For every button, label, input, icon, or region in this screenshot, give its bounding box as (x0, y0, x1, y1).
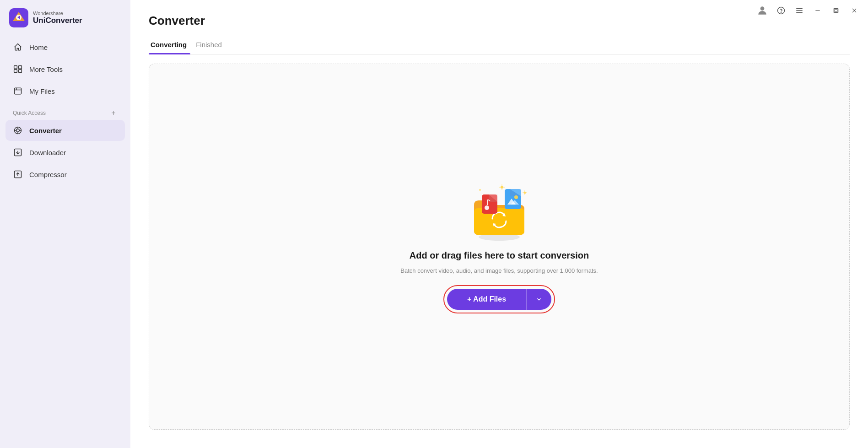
svg-rect-4 (14, 70, 17, 73)
add-files-highlight-border: + Add Files (443, 285, 555, 313)
svg-rect-2 (14, 66, 17, 69)
page-title: Converter (149, 14, 850, 28)
brand-top: Wondershare (33, 11, 82, 16)
sidebar-item-home[interactable]: Home (5, 37, 125, 58)
logo-area: Wondershare UniConverter (0, 0, 130, 37)
sidebar-nav: Home More Tools (0, 37, 130, 102)
tab-converting[interactable]: Converting (149, 37, 194, 54)
drop-zone[interactable]: Add or drag files here to start conversi… (149, 64, 850, 430)
drop-illustration (467, 180, 531, 244)
add-files-dropdown-button[interactable] (527, 289, 551, 310)
my-files-icon (13, 86, 23, 96)
sidebar-quick-access-nav: Converter Downloader Compr (0, 120, 130, 185)
svg-rect-37 (487, 200, 488, 205)
quick-access-label: Quick Access (13, 110, 46, 116)
svg-point-36 (485, 205, 489, 210)
sidebar-item-converter[interactable]: Converter (5, 120, 125, 141)
quick-access-add-button[interactable]: + (109, 109, 118, 117)
title-bar (748, 0, 868, 21)
page-area: Converter Converting Finished (130, 0, 868, 448)
drop-zone-subtitle: Batch convert video, audio, and image fi… (400, 267, 598, 274)
svg-point-10 (16, 129, 20, 132)
svg-point-21 (781, 12, 782, 13)
add-files-button[interactable]: + Add Files (447, 289, 527, 310)
sidebar-item-downloader[interactable]: Downloader (5, 142, 125, 163)
menu-button[interactable] (793, 4, 806, 17)
home-icon (13, 42, 23, 52)
svg-point-40 (514, 195, 518, 199)
tab-finished[interactable]: Finished (194, 37, 229, 54)
drop-zone-title: Add or drag files here to start conversi… (410, 250, 589, 261)
svg-rect-5 (19, 70, 22, 73)
sidebar-compressor-label: Compressor (29, 171, 67, 178)
sidebar-my-files-label: My Files (29, 87, 55, 95)
svg-point-43 (479, 189, 481, 191)
sidebar-converter-label: Converter (29, 127, 62, 135)
compressor-icon (13, 169, 23, 179)
sidebar-downloader-label: Downloader (29, 149, 66, 157)
help-button[interactable] (775, 4, 787, 17)
minimize-button[interactable] (811, 4, 824, 17)
quick-access-header: Quick Access + (0, 102, 130, 120)
user-avatar-button[interactable] (755, 4, 769, 17)
close-button[interactable] (848, 4, 861, 17)
logo-text: Wondershare UniConverter (33, 11, 82, 25)
svg-point-19 (760, 6, 765, 11)
svg-rect-3 (19, 66, 22, 69)
converter-icon (13, 125, 23, 135)
brand-bottom: UniConverter (33, 16, 82, 25)
svg-rect-27 (835, 9, 837, 12)
sidebar: Wondershare UniConverter Home (0, 0, 130, 448)
add-files-btn-group: + Add Files (447, 289, 551, 310)
sidebar-home-label: Home (29, 43, 48, 51)
main-content: Converter Converting Finished (130, 0, 868, 448)
svg-rect-6 (15, 88, 22, 94)
app-logo-icon (9, 8, 28, 27)
maximize-button[interactable] (830, 4, 842, 17)
sidebar-more-tools-label: More Tools (29, 65, 63, 73)
downloader-icon (13, 147, 23, 157)
sidebar-item-more-tools[interactable]: More Tools (5, 59, 125, 80)
more-tools-icon (13, 64, 23, 74)
sidebar-item-compressor[interactable]: Compressor (5, 164, 125, 185)
tabs-bar: Converting Finished (149, 37, 850, 54)
sidebar-item-my-files[interactable]: My Files (5, 81, 125, 102)
